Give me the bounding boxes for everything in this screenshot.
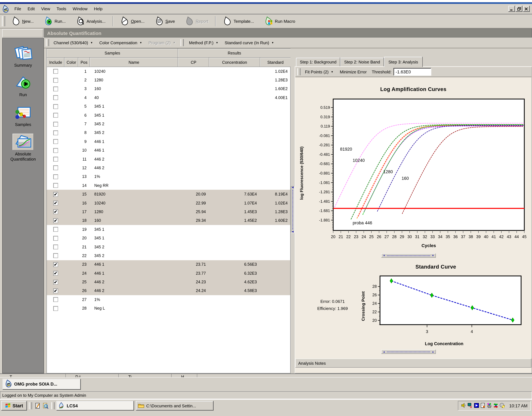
quicklaunch-editor-icon[interactable] xyxy=(34,402,42,410)
column-header-standard[interactable]: Standard xyxy=(260,58,291,67)
collapse-down-icon[interactable]: ▼ xyxy=(383,254,386,257)
table-row[interactable]: 19 345 1 xyxy=(47,225,290,234)
report-button[interactable]: Report xyxy=(180,15,213,28)
quicklaunch-grip[interactable] xyxy=(51,402,55,409)
open-button[interactable]: Open... xyxy=(115,15,150,28)
include-checkbox[interactable] xyxy=(53,86,58,91)
include-checkbox[interactable] xyxy=(53,183,58,188)
table-row[interactable]: 6 345 1 xyxy=(47,111,290,120)
horizontal-splitter[interactable]: ▼ ▼ xyxy=(381,254,436,258)
table-row[interactable]: ✔ 23 446 1 23.71 6.56E3 xyxy=(47,260,290,269)
collapse-up-icon[interactable]: ▲ xyxy=(383,350,386,353)
table-row[interactable]: 13 1% xyxy=(47,172,290,181)
menu-help[interactable]: Help xyxy=(91,6,106,11)
include-checkbox[interactable] xyxy=(53,236,58,241)
include-checkbox[interactable]: ✔ xyxy=(53,209,58,214)
volume-icon[interactable] xyxy=(461,403,466,409)
column-header-pos[interactable]: Pos xyxy=(78,58,90,67)
sidebar-item-samples[interactable]: Samples xyxy=(12,104,34,127)
collapse-left-icon[interactable]: ◀ xyxy=(292,186,294,189)
table-row[interactable]: ✔ 15 81920 20.09 7.63E4 8.19E4 xyxy=(47,190,290,199)
document-icon[interactable] xyxy=(480,403,485,409)
include-checkbox[interactable] xyxy=(53,253,58,258)
table-row[interactable]: ✔ 26 446 2 24.24 4.58E3 xyxy=(47,286,290,295)
collapse-up-icon[interactable]: ▲ xyxy=(432,350,434,353)
table-row[interactable]: 7 345 2 xyxy=(47,120,290,129)
printer-icon[interactable] xyxy=(487,403,492,409)
standard-dropdown[interactable]: Standard curve (In Run)▼ xyxy=(222,40,277,45)
runmacro-button[interactable]: Run Macro xyxy=(259,15,300,28)
vertical-splitter[interactable]: ◀ ◀ xyxy=(290,48,295,373)
include-checkbox[interactable] xyxy=(53,78,58,83)
table-row[interactable]: 9 446 1 xyxy=(47,137,290,146)
include-checkbox[interactable]: ✔ xyxy=(53,288,58,293)
template-button[interactable]: Template... xyxy=(218,15,259,28)
channel-dropdown[interactable]: Channel (530/640)▼ xyxy=(50,40,96,45)
run-button[interactable]: Run... xyxy=(39,15,71,28)
column-header-cp[interactable]: CP xyxy=(178,58,209,67)
sidebar-item-absolute-quantification[interactable]: AbsoluteQuantification xyxy=(10,134,36,162)
table-row[interactable]: 2 1280 1.28E3 xyxy=(47,76,290,85)
threshold-input[interactable]: -1.63E0 xyxy=(394,68,431,76)
channel-toolbar-grip[interactable] xyxy=(46,39,49,46)
menu-tools[interactable]: Tools xyxy=(53,6,70,11)
table-row[interactable]: 12 446 2 xyxy=(47,164,290,172)
include-checkbox[interactable] xyxy=(53,104,58,109)
method-dropdown[interactable]: Method (F.P.)▼ xyxy=(186,40,222,45)
include-checkbox[interactable] xyxy=(53,157,58,161)
network-error-icon[interactable]: x xyxy=(468,403,473,409)
analysis-button[interactable]: Analysis... xyxy=(71,15,111,28)
toolbar-grip[interactable] xyxy=(2,16,5,26)
disk-icon[interactable] xyxy=(500,403,505,409)
include-checkbox[interactable] xyxy=(53,95,58,100)
include-checkbox[interactable] xyxy=(53,306,58,311)
include-checkbox[interactable] xyxy=(53,139,58,144)
minimize-button[interactable] xyxy=(508,6,515,12)
document-window-button[interactable]: OMG probe SOIA D... xyxy=(3,379,81,389)
quicklaunch-grip[interactable] xyxy=(29,402,32,409)
include-checkbox[interactable] xyxy=(53,148,58,153)
sync-arrows-icon[interactable] xyxy=(493,403,498,409)
taskbar-button-lcs4[interactable]: LCS4 xyxy=(57,401,134,411)
new-button[interactable]: New... xyxy=(6,15,39,28)
include-checkbox[interactable] xyxy=(53,113,58,118)
table-row[interactable]: ✔ 16 10240 22.99 1.07E4 1.02E4 xyxy=(47,199,290,208)
table-row[interactable]: 28 Neg L xyxy=(47,304,290,313)
menu-view[interactable]: View xyxy=(38,6,53,11)
menu-window[interactable]: Window xyxy=(69,6,91,11)
color-dropdown[interactable]: Color Compensation▼ xyxy=(96,40,145,45)
menu-edit[interactable]: Edit xyxy=(24,6,38,11)
column-header-color[interactable]: Color xyxy=(64,58,78,67)
table-row[interactable]: 10 446 1 xyxy=(47,146,290,155)
include-checkbox[interactable] xyxy=(53,166,58,170)
include-checkbox[interactable]: ✔ xyxy=(53,271,58,276)
table-row[interactable]: 1 10240 1.02E4 xyxy=(47,67,290,76)
include-checkbox[interactable]: ✔ xyxy=(53,192,58,197)
display-play-icon[interactable] xyxy=(474,403,479,409)
include-checkbox[interactable] xyxy=(53,122,58,126)
start-button[interactable]: Start xyxy=(1,401,27,411)
splitter-collapse-control[interactable]: ◀ ◀ xyxy=(291,186,294,233)
minimize-error-button[interactable]: Minimize Error xyxy=(337,69,370,74)
table-row[interactable]: 5 345 1 xyxy=(47,102,290,111)
fit-points-dropdown[interactable]: Fit Points (2) ▼ xyxy=(302,69,337,74)
table-row[interactable]: 11 446 2 xyxy=(47,155,290,164)
table-row[interactable]: ✔ 17 1280 25.94 1.45E3 1.28E3 xyxy=(47,208,290,216)
include-checkbox[interactable] xyxy=(53,69,58,74)
table-row[interactable]: 20 345 1 xyxy=(47,234,290,243)
restore-button[interactable] xyxy=(516,6,522,12)
table-row[interactable]: 21 345 2 xyxy=(47,243,290,251)
include-checkbox[interactable] xyxy=(53,297,58,302)
table-row[interactable]: 4 40 4.00E1 xyxy=(47,93,290,102)
tab-step-3-analysis[interactable]: Step 3: Analysis xyxy=(384,57,423,67)
save-button[interactable]: Save xyxy=(150,15,180,28)
taskbar-button-c-documents-and-settin-[interactable]: C:\Documents and Settin... xyxy=(136,401,213,411)
tab-step-1-background[interactable]: Step 1: Background xyxy=(296,58,340,66)
sidebar-item-run[interactable]: Run xyxy=(12,75,34,98)
program-dropdown[interactable]: Program (2)▼ xyxy=(145,40,179,45)
horizontal-splitter[interactable]: ▲ ▲ xyxy=(381,350,436,354)
include-checkbox[interactable]: ✔ xyxy=(53,280,58,284)
table-row[interactable]: 3 160 1.60E2 xyxy=(47,85,290,94)
column-header-concentration[interactable]: Concentration xyxy=(209,58,260,67)
tab-step-2-noise-band[interactable]: Step 2: Noise Band xyxy=(340,58,384,66)
